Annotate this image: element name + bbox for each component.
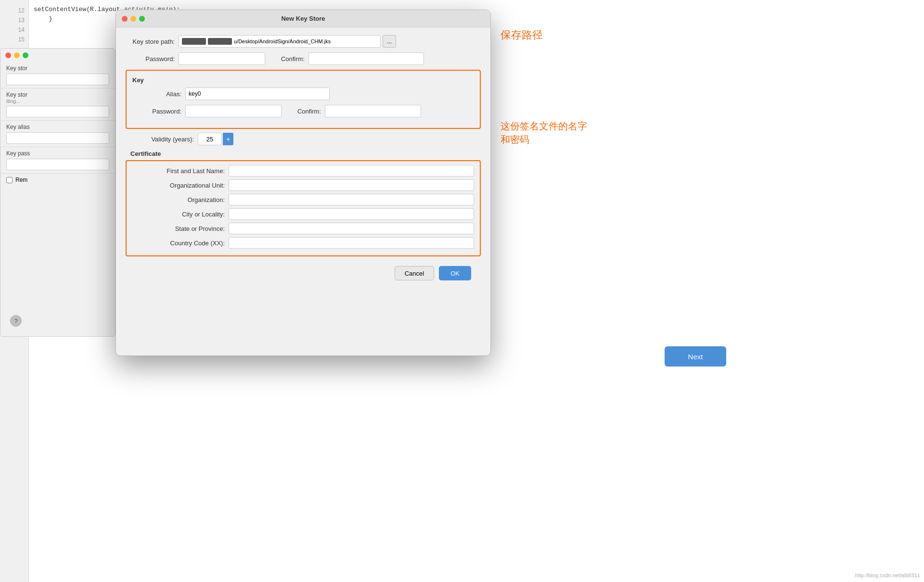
cert-input-state[interactable] bbox=[229, 223, 474, 234]
annotation-save-path: 保存路径 bbox=[500, 28, 543, 42]
browse-button[interactable]: ... bbox=[383, 35, 396, 48]
remember-label: Rem bbox=[15, 177, 27, 183]
password-label: Password: bbox=[126, 55, 179, 63]
dialog-minimize-btn[interactable] bbox=[130, 16, 136, 22]
validity-spinner[interactable]: + bbox=[223, 133, 233, 145]
panel-remember-row: Rem bbox=[0, 174, 115, 186]
dialog-zoom-btn[interactable] bbox=[139, 16, 145, 22]
panel-traffic-lights bbox=[0, 49, 115, 62]
line-num-14: 14 bbox=[0, 24, 28, 34]
dialog-traffic-lights bbox=[122, 16, 145, 22]
key-password-label: Password: bbox=[132, 108, 185, 115]
dialog-titlebar: New Key Store bbox=[116, 10, 490, 27]
dialog-body: Key store path: u/Desktop/AndroidSign/An… bbox=[116, 27, 490, 293]
cert-label-5: Country Code (XX): bbox=[132, 240, 229, 247]
password-input[interactable] bbox=[179, 52, 265, 65]
dialog-close-btn[interactable] bbox=[122, 16, 128, 22]
cert-row-2: Organization: bbox=[132, 194, 474, 205]
panel-row-keystore2: Key stor iting... bbox=[0, 89, 115, 121]
certificate-section: First and Last Name: Organizational Unit… bbox=[126, 160, 481, 256]
alias-input[interactable] bbox=[185, 88, 330, 100]
cert-row-4: State or Province: bbox=[132, 223, 474, 234]
left-panel: Key stor Key stor iting... Key alias Key… bbox=[0, 48, 116, 337]
cert-input-city[interactable] bbox=[229, 208, 474, 220]
confirm-label: Confirm: bbox=[275, 55, 308, 63]
new-key-store-dialog: New Key Store Key store path: u/Desktop/… bbox=[116, 10, 491, 356]
password-row: Password: Confirm: bbox=[126, 52, 481, 65]
panel-keyalias-label: Key alias bbox=[6, 124, 30, 130]
dialog-footer: Cancel OK bbox=[126, 261, 481, 285]
cancel-button[interactable]: Cancel bbox=[395, 266, 434, 280]
certificate-section-title: Certificate bbox=[130, 150, 481, 157]
cert-input-org[interactable] bbox=[229, 194, 474, 205]
panel-zoom-btn[interactable] bbox=[23, 52, 28, 58]
panel-row-keystore1: Key stor bbox=[0, 62, 115, 89]
key-password-row: Password: Confirm: bbox=[132, 105, 474, 117]
alias-row: Alias: bbox=[132, 88, 474, 100]
panel-keystore2-input[interactable] bbox=[6, 106, 109, 117]
cert-label-4: State or Province: bbox=[132, 225, 229, 232]
cert-label-2: Organization: bbox=[132, 196, 229, 203]
cert-row-3: City or Locality: bbox=[132, 208, 474, 220]
cert-row-1: Organizational Unit: bbox=[132, 179, 474, 191]
cert-input-firstname[interactable] bbox=[229, 165, 474, 177]
cert-row-0: First and Last Name: bbox=[132, 165, 474, 177]
key-section: Key Alias: Password: Confirm: bbox=[126, 70, 481, 129]
key-password-input[interactable] bbox=[185, 105, 282, 117]
path-mask1 bbox=[182, 38, 206, 45]
ok-button[interactable]: OK bbox=[439, 266, 471, 280]
key-section-title: Key bbox=[132, 76, 474, 84]
panel-close-btn[interactable] bbox=[5, 52, 11, 58]
remember-checkbox[interactable] bbox=[6, 177, 13, 183]
panel-keystore1-input[interactable] bbox=[6, 74, 109, 85]
watermark: http://blog.csdn.net/alb8311 bbox=[855, 572, 920, 578]
keystore-path-label: Key store path: bbox=[126, 38, 179, 45]
path-value: u/Desktop/AndroidSign/Android_CHM.jks bbox=[234, 38, 331, 44]
validity-input[interactable] bbox=[198, 133, 222, 145]
cert-label-1: Organizational Unit: bbox=[132, 182, 229, 189]
validity-label: Validity (years): bbox=[126, 136, 198, 143]
line-num-15: 15 bbox=[0, 34, 28, 43]
alias-label: Alias: bbox=[132, 90, 185, 98]
confirm-input[interactable] bbox=[308, 52, 424, 65]
keystore-path-row: Key store path: u/Desktop/AndroidSign/An… bbox=[126, 35, 481, 48]
validity-row: Validity (years): + bbox=[126, 133, 481, 145]
help-button[interactable]: ? bbox=[10, 315, 22, 327]
key-confirm-input[interactable] bbox=[325, 105, 421, 117]
next-button[interactable]: Next bbox=[665, 346, 726, 367]
panel-minimize-btn[interactable] bbox=[14, 52, 20, 58]
panel-keyalias-input[interactable] bbox=[6, 132, 109, 144]
panel-keypass-label: Key pass bbox=[6, 150, 30, 157]
cert-label-0: First and Last Name: bbox=[132, 167, 229, 175]
panel-keystore2-label: Key stor bbox=[6, 91, 27, 98]
panel-row-keyalias: Key alias bbox=[0, 121, 115, 147]
line-num-13: 13 bbox=[0, 14, 28, 24]
annotation-sign-name: 这份签名文件的名字和密码 bbox=[500, 119, 587, 146]
panel-keypass-input[interactable] bbox=[6, 159, 109, 170]
cert-row-5: Country Code (XX): bbox=[132, 237, 474, 249]
cert-input-orgunit[interactable] bbox=[229, 179, 474, 191]
panel-row-keypass: Key pass bbox=[0, 147, 115, 174]
cert-input-country[interactable] bbox=[229, 237, 474, 249]
dialog-title: New Key Store bbox=[281, 15, 325, 22]
panel-keystore1-label: Key stor bbox=[6, 65, 27, 72]
cert-label-3: City or Locality: bbox=[132, 211, 229, 218]
key-confirm-label: Confirm: bbox=[291, 108, 325, 115]
line-num-12: 12 bbox=[0, 5, 28, 14]
path-mask2 bbox=[208, 38, 232, 45]
